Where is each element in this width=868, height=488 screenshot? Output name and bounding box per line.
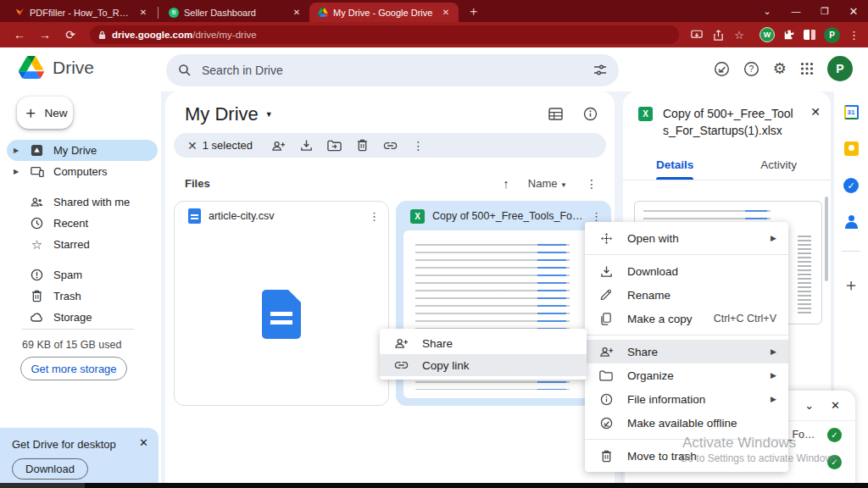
contacts-icon[interactable] <box>844 215 858 229</box>
keep-icon[interactable] <box>844 141 859 156</box>
share-person-add-icon[interactable] <box>264 140 292 152</box>
details-info-icon[interactable] <box>583 107 598 121</box>
submenu-item-share[interactable]: Share <box>380 332 587 354</box>
menu-item-download[interactable]: Download <box>585 259 788 283</box>
sidebar-item-trash[interactable]: Trash <box>7 286 158 307</box>
menu-item-make-available-offline[interactable]: Make available offline <box>585 411 788 435</box>
extension-w-icon[interactable]: W <box>760 27 775 42</box>
share-icon[interactable] <box>713 30 724 41</box>
tab-pdffiller[interactable]: PDFfiller - How_To_Reduce_the_( ✕ <box>7 3 156 22</box>
promo-close-icon[interactable]: ✕ <box>139 436 148 449</box>
submenu-arrow-icon: ▶ <box>771 371 776 380</box>
help-icon[interactable]: ? <box>743 61 760 77</box>
extensions-puzzle-icon[interactable] <box>783 29 795 41</box>
file-name: article-city.csv <box>209 210 361 222</box>
trash-icon[interactable] <box>348 139 376 152</box>
settings-gear-icon[interactable]: ⚙ <box>773 59 787 78</box>
files-more-icon[interactable]: ⋮ <box>586 177 598 191</box>
close-details-icon[interactable]: ✕ <box>810 105 821 140</box>
collapse-chevron-icon[interactable]: ⌄ <box>804 399 814 412</box>
maximize-button[interactable]: ❐ <box>810 0 839 22</box>
spreadsheet-file-icon: X <box>410 209 425 224</box>
browser-menu-icon[interactable]: ⋮ <box>849 29 860 42</box>
address-bar[interactable]: drive.google.com/drive/my-drive <box>90 25 679 44</box>
upload-complete-icon: ✓ <box>827 428 842 442</box>
install-app-icon[interactable] <box>691 30 703 41</box>
sidebar-item-starred[interactable]: ☆ Starred <box>7 234 158 255</box>
sidebar-divider <box>22 329 134 330</box>
tab-my-drive-active[interactable]: My Drive - Google Drive ✕ <box>309 3 459 22</box>
menu-item-share[interactable]: Share ▶ <box>585 340 788 363</box>
shared-with-me-icon <box>30 197 44 208</box>
file-preview <box>181 230 381 398</box>
close-button[interactable]: ✕ <box>839 0 868 22</box>
download-button[interactable]: Download <box>12 458 88 480</box>
menu-item-make-a-copy[interactable]: Make a copy Ctrl+C Ctrl+V <box>585 307 788 330</box>
sidebar-item-shared-with-me[interactable]: Shared with me <box>7 191 158 213</box>
calendar-icon[interactable]: 31 <box>844 105 859 119</box>
account-avatar[interactable]: P <box>827 56 853 81</box>
advanced-search-icon[interactable] <box>593 64 607 77</box>
sidebar-item-recent[interactable]: Recent <box>7 213 158 234</box>
download-icon <box>598 265 614 278</box>
files-section-label: Files <box>185 177 210 190</box>
more-actions-icon[interactable]: ⋮ <box>404 139 432 152</box>
menu-item-rename[interactable]: Rename <box>585 283 788 307</box>
tab-close-icon[interactable]: ✕ <box>291 7 303 19</box>
side-panel-icon[interactable] <box>804 30 815 40</box>
sidebar-item-my-drive[interactable]: ▶ My Drive <box>7 140 158 161</box>
list-view-icon[interactable] <box>548 107 563 121</box>
tab-search-icon[interactable]: ⌄ <box>753 0 782 22</box>
submenu-arrow-icon: ▶ <box>771 347 776 356</box>
lock-icon <box>98 30 106 40</box>
tab-details[interactable]: Details <box>623 152 727 180</box>
apps-grid-icon[interactable] <box>800 62 814 75</box>
tab-close-icon[interactable]: ✕ <box>440 7 452 19</box>
tasks-icon[interactable]: ✓ <box>843 178 859 193</box>
file-card-csv[interactable]: article-city.csv ⋮ <box>174 201 389 406</box>
add-panel-icon[interactable]: ＋ <box>843 274 860 297</box>
expand-arrow-icon[interactable]: ▶ <box>14 147 20 154</box>
close-uploads-icon[interactable]: ✕ <box>831 399 840 412</box>
sidebar-item-computers[interactable]: ▶ Computers <box>7 161 158 182</box>
submenu-item-copy-link[interactable]: Copy link <box>380 354 587 376</box>
clear-selection-icon[interactable]: ✕ <box>187 139 198 152</box>
sort-by-name[interactable]: Name ▼ <box>528 177 567 190</box>
details-scrollbar[interactable] <box>825 197 828 281</box>
tab-seller-dashboard[interactable]: fi Seller Dashboard ✕ <box>160 3 309 22</box>
file-more-icon[interactable]: ⋮ <box>369 210 380 223</box>
keyboard-shortcut: Ctrl+C Ctrl+V <box>714 313 776 324</box>
sidebar-item-spam[interactable]: Spam <box>7 264 158 286</box>
expand-arrow-icon[interactable]: ▶ <box>14 168 20 175</box>
spreadsheet-file-icon: X <box>638 107 653 121</box>
new-tab-button[interactable]: ＋ <box>467 3 480 19</box>
download-icon[interactable] <box>292 139 320 152</box>
drive-brand[interactable]: Drive <box>19 56 94 79</box>
menu-item-organize[interactable]: Organize ▶ <box>585 363 788 387</box>
new-button[interactable]: ＋ New <box>17 97 73 129</box>
menu-item-file-information[interactable]: File information ▶ <box>585 387 788 411</box>
cloud-icon <box>30 313 44 323</box>
search-bar[interactable]: Search in Drive <box>166 54 619 86</box>
forward-icon[interactable]: → <box>34 24 56 46</box>
taskbar-edge <box>0 483 868 488</box>
get-more-storage-button[interactable]: Get more storage <box>20 357 127 380</box>
menu-item-open-with[interactable]: Open with ▶ <box>585 226 788 250</box>
offline-status-icon[interactable] <box>714 61 730 77</box>
activate-windows-watermark: Activate Windows <box>682 435 796 452</box>
page-title[interactable]: My Drive ▼ <box>185 103 273 125</box>
bookmark-star-icon[interactable]: ☆ <box>734 29 744 42</box>
back-icon[interactable]: ← <box>8 24 31 46</box>
sidebar-item-storage[interactable]: Storage <box>7 307 158 328</box>
tab-activity[interactable]: Activity <box>727 152 832 180</box>
sort-direction-icon[interactable]: ↑ <box>503 176 509 191</box>
file-more-icon[interactable]: ⋮ <box>591 210 602 223</box>
trash-icon <box>30 290 44 302</box>
move-to-folder-icon[interactable] <box>320 140 348 152</box>
copy-link-icon[interactable] <box>376 141 404 150</box>
minimize-button[interactable]: — <box>782 0 810 22</box>
reload-icon[interactable]: ⟳ <box>59 24 81 46</box>
tab-close-icon[interactable]: ✕ <box>137 7 149 19</box>
browser-profile-avatar[interactable]: P <box>824 27 840 43</box>
open-with-icon <box>598 232 614 245</box>
